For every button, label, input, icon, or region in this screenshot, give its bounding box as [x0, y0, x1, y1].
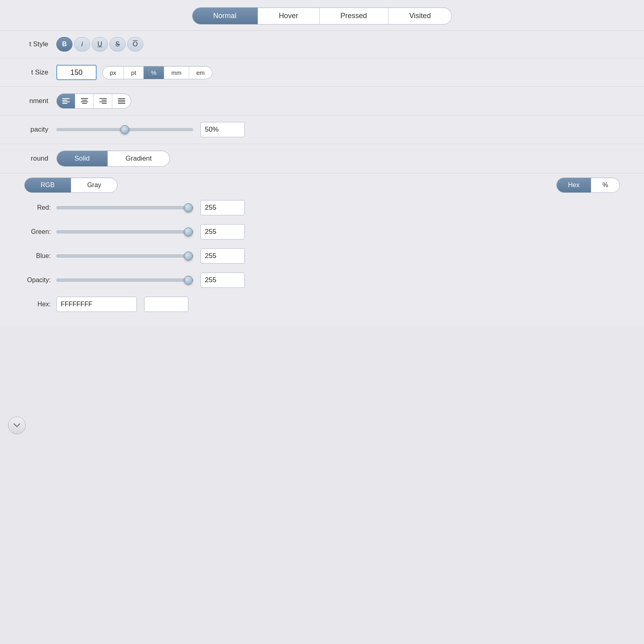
svg-rect-4 — [81, 98, 88, 99]
chevron-down-icon — [14, 423, 20, 427]
format-percent-button[interactable]: % — [591, 178, 619, 192]
overline-button[interactable]: O — [127, 37, 143, 52]
red-value-input[interactable] — [200, 200, 245, 215]
svg-rect-7 — [82, 103, 87, 104]
svg-rect-2 — [62, 101, 70, 102]
model-rgb-button[interactable]: RGB — [25, 178, 71, 192]
blue-value-input[interactable] — [200, 248, 245, 264]
overline-icon: O — [133, 41, 138, 48]
color-section: RGB Gray Hex % Red: Green: Blue: — [0, 173, 644, 326]
green-slider[interactable] — [56, 230, 193, 233]
opacity-slider[interactable] — [56, 128, 193, 131]
alignment-label: nment — [0, 97, 56, 105]
opacity-row: pacity — [0, 116, 644, 144]
align-justify-button[interactable] — [112, 94, 131, 108]
font-size-row: t Size px pt % mm em — [0, 58, 644, 87]
color-model-group: RGB Gray — [24, 178, 118, 193]
background-label: round — [0, 155, 56, 163]
blue-slider[interactable] — [56, 254, 193, 258]
font-style-row: t Style B i U S O — [0, 31, 644, 58]
hex-value-input[interactable] — [56, 297, 137, 312]
alignment-group — [56, 93, 131, 109]
tab-normal[interactable]: Normal — [192, 8, 258, 24]
tab-hover[interactable]: Hover — [258, 8, 320, 24]
svg-rect-6 — [81, 101, 88, 102]
state-tabs-group: Normal Hover Pressed Visited — [192, 7, 452, 25]
green-slider-row: Green: — [24, 224, 644, 239]
svg-rect-0 — [62, 98, 70, 99]
hex-swatch — [144, 297, 188, 312]
main-panel: Normal Hover Pressed Visited t Style B i… — [0, 0, 644, 446]
alignment-row: nment — [0, 87, 644, 116]
svg-rect-1 — [62, 100, 67, 101]
bold-icon: B — [62, 41, 67, 48]
align-left-button[interactable] — [57, 94, 75, 108]
red-label: Red: — [24, 204, 56, 211]
color-model-row: RGB Gray Hex % — [24, 178, 644, 193]
font-size-input[interactable] — [56, 65, 97, 80]
model-gray-button[interactable]: Gray — [71, 178, 118, 192]
tab-pressed[interactable]: Pressed — [320, 8, 388, 24]
svg-rect-11 — [102, 103, 107, 104]
font-style-group: B i U S O — [56, 37, 143, 52]
bg-solid-button[interactable]: Solid — [57, 151, 108, 166]
hex-row: Hex: — [24, 297, 644, 312]
background-row: round Solid Gradient — [0, 144, 644, 173]
align-center-button[interactable] — [75, 94, 94, 108]
opacity-slider-wrap — [56, 122, 245, 137]
red-slider[interactable] — [56, 206, 193, 209]
unit-group: px pt % mm em — [102, 66, 213, 79]
blue-label: Blue: — [24, 252, 56, 260]
red-slider-row: Red: — [24, 200, 644, 215]
underline-icon: U — [97, 41, 102, 48]
color-opacity-label: Opacity: — [24, 277, 56, 284]
svg-rect-5 — [82, 100, 87, 101]
align-justify-icon — [118, 98, 125, 104]
scroll-button[interactable] — [8, 417, 26, 434]
svg-rect-8 — [99, 98, 107, 99]
bg-gradient-button[interactable]: Gradient — [108, 151, 169, 166]
background-type-group: Solid Gradient — [56, 151, 170, 167]
underline-button[interactable]: U — [92, 37, 108, 52]
opacity-value-input[interactable] — [200, 122, 245, 137]
color-opacity-slider[interactable] — [56, 279, 193, 282]
blue-slider-row: Blue: — [24, 248, 644, 264]
green-label: Green: — [24, 228, 56, 235]
format-hex-button[interactable]: Hex — [557, 178, 591, 192]
svg-rect-10 — [99, 101, 107, 102]
hex-percent-group: Hex % — [556, 178, 620, 193]
bottom-area — [0, 326, 644, 446]
hex-label: Hex: — [24, 301, 56, 308]
italic-button[interactable]: i — [74, 37, 90, 52]
strikethrough-button[interactable]: S — [109, 37, 126, 52]
state-tabs-container: Normal Hover Pressed Visited — [0, 0, 644, 30]
align-right-button[interactable] — [94, 94, 112, 108]
font-size-label: t Size — [0, 68, 56, 76]
color-opacity-slider-row: Opacity: — [24, 272, 644, 288]
svg-rect-9 — [102, 100, 107, 101]
svg-rect-3 — [62, 103, 67, 104]
svg-rect-12 — [118, 98, 125, 99]
unit-pt[interactable]: pt — [124, 66, 144, 79]
svg-rect-15 — [118, 103, 125, 104]
unit-percent[interactable]: % — [144, 66, 164, 79]
svg-rect-14 — [118, 101, 125, 102]
strikethrough-icon: S — [116, 41, 120, 48]
align-center-icon — [81, 98, 88, 104]
color-opacity-value-input[interactable] — [200, 272, 245, 288]
italic-icon: i — [81, 41, 83, 48]
align-left-icon — [62, 98, 70, 104]
unit-em[interactable]: em — [189, 66, 212, 79]
green-value-input[interactable] — [200, 224, 245, 239]
opacity-label: pacity — [0, 126, 56, 134]
unit-mm[interactable]: mm — [164, 66, 189, 79]
unit-px[interactable]: px — [103, 66, 124, 79]
bold-button[interactable]: B — [56, 37, 72, 52]
tab-visited[interactable]: Visited — [388, 8, 452, 24]
font-style-label: t Style — [0, 40, 56, 48]
svg-rect-13 — [118, 100, 125, 101]
align-right-icon — [99, 98, 107, 104]
